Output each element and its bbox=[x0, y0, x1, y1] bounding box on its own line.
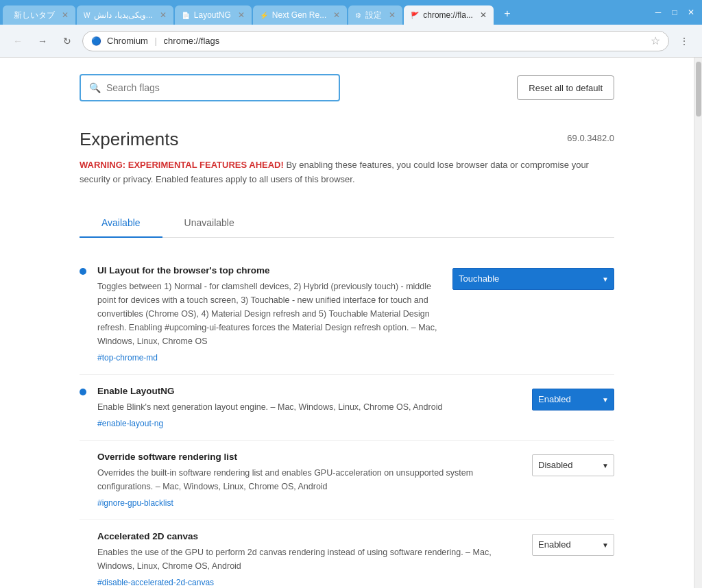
tabs-container: 新しいタブ ✕ W ویکی‌پدیا، دانش... ✕ 📄 LayoutN… bbox=[0, 0, 647, 25]
tab-label: chrome://fla... bbox=[423, 10, 473, 20]
browser-window: 新しいタブ ✕ W ویکی‌پدیا، دانش... ✕ 📄 LayoutN… bbox=[0, 0, 702, 588]
browser-tab-tab-nextgen[interactable]: ⚡ Next Gen Re... ✕ bbox=[253, 5, 347, 25]
flag-link[interactable]: #ignore-gpu-blacklist bbox=[97, 498, 173, 508]
menu-button[interactable]: ⋮ bbox=[675, 32, 694, 51]
browser-tab-tab-flags[interactable]: 🚩 chrome://fla... ✕ bbox=[404, 5, 494, 25]
flag-select[interactable]: DefaultEnabledDisabled bbox=[532, 454, 614, 476]
scrollbar-thumb[interactable] bbox=[696, 62, 701, 117]
flag-body-ui-layout: UI Layout for the browser's top chrome T… bbox=[97, 265, 441, 363]
reset-all-button[interactable]: Reset all to default bbox=[517, 75, 614, 100]
tab-close-icon[interactable]: ✕ bbox=[480, 10, 487, 20]
search-input[interactable] bbox=[106, 82, 330, 93]
flag-body-enable-layoutng: Enable LayoutNG Enable Blink's next gene… bbox=[97, 386, 521, 429]
flag-link[interactable]: #disable-accelerated-2d-canvas bbox=[97, 578, 214, 587]
flag-desc: Enables the use of the GPU to perform 2d… bbox=[97, 546, 521, 573]
tab-unavailable[interactable]: Unavailable bbox=[162, 209, 256, 238]
flag-desc: Toggles between 1) Normal - for clamshel… bbox=[97, 280, 441, 348]
experiments-title: Experiments bbox=[80, 129, 179, 150]
flag-link[interactable]: #top-chrome-md bbox=[97, 353, 158, 363]
flag-select[interactable]: DefaultNormalHybridTouchableMaterial Des… bbox=[452, 268, 614, 290]
tab-close-icon[interactable]: ✕ bbox=[160, 10, 167, 20]
flag-desc: Enable Blink's next generation layout en… bbox=[97, 400, 521, 414]
back-button[interactable]: ← bbox=[8, 32, 27, 51]
window-controls: ─ □ ✕ bbox=[647, 0, 702, 25]
flag-dot-accelerated-2d-canvas bbox=[80, 534, 86, 541]
flag-item-enable-layoutng: Enable LayoutNG Enable Blink's next gene… bbox=[80, 375, 614, 441]
flag-dot-enable-layoutng bbox=[80, 389, 86, 395]
title-bar: 新しいタブ ✕ W ویکی‌پدیا، دانش... ✕ 📄 LayoutN… bbox=[0, 0, 702, 25]
flag-dot-override-software-rendering bbox=[80, 454, 86, 461]
toolbar: ← → ↻ 🔵 Chromium | chrome://flags ☆ ⋮ bbox=[0, 25, 702, 58]
search-area: 🔍 Reset all to default bbox=[80, 74, 614, 101]
address-separator: | bbox=[155, 36, 157, 46]
tab-label: 新しいタブ bbox=[14, 10, 55, 21]
flag-name: Accelerated 2D canvas bbox=[97, 531, 521, 541]
tab-close-icon[interactable]: ✕ bbox=[238, 10, 245, 20]
new-tab-button[interactable]: + bbox=[498, 4, 517, 23]
flag-select-wrapper[interactable]: DefaultEnabledDisabled▼ bbox=[532, 389, 614, 411]
tab-favicon: 🚩 bbox=[411, 12, 419, 19]
flags-list: UI Layout for the browser's top chrome T… bbox=[80, 254, 614, 588]
flag-item-override-software-rendering: Override software rendering list Overrid… bbox=[80, 441, 614, 520]
tab-available[interactable]: Available bbox=[80, 209, 162, 238]
flag-desc: Overrides the built-in software renderin… bbox=[97, 466, 521, 493]
tab-navigation: Available Unavailable bbox=[80, 209, 614, 238]
flag-item-ui-layout: UI Layout for the browser's top chrome T… bbox=[80, 254, 614, 375]
tab-label: ویکی‌پدیا، دانش... bbox=[94, 10, 152, 20]
minimize-button[interactable]: ─ bbox=[653, 8, 664, 17]
reload-button[interactable]: ↻ bbox=[58, 32, 77, 51]
tab-close-icon[interactable]: ✕ bbox=[333, 10, 340, 20]
warning-bold-text: WARNING: EXPERIMENTAL FEATURES AHEAD! bbox=[80, 160, 284, 170]
forward-button[interactable]: → bbox=[33, 32, 52, 51]
version-text: 69.0.3482.0 bbox=[567, 133, 614, 143]
browser-tab-tab-new[interactable]: 新しいタブ ✕ bbox=[3, 5, 75, 25]
bookmark-icon[interactable]: ☆ bbox=[651, 34, 660, 47]
site-info-icon: 🔵 bbox=[91, 36, 101, 46]
flag-select[interactable]: DefaultEnabledDisabled bbox=[532, 534, 614, 556]
address-url-label: chrome://flags bbox=[164, 36, 220, 46]
flag-control-enable-layoutng[interactable]: DefaultEnabledDisabled▼ bbox=[532, 389, 614, 411]
flag-body-accelerated-2d-canvas: Accelerated 2D canvas Enables the use of… bbox=[97, 531, 521, 588]
content-area: 🔍 Reset all to default Experiments 69.0.… bbox=[0, 58, 702, 588]
search-box[interactable]: 🔍 bbox=[80, 74, 340, 101]
close-button[interactable]: ✕ bbox=[686, 8, 697, 17]
search-icon: 🔍 bbox=[89, 82, 101, 93]
tab-close-icon[interactable]: ✕ bbox=[389, 10, 396, 20]
flag-name: UI Layout for the browser's top chrome bbox=[97, 265, 441, 275]
flag-control-ui-layout[interactable]: DefaultNormalHybridTouchableMaterial Des… bbox=[452, 268, 614, 290]
tab-favicon: ⚙ bbox=[355, 12, 361, 19]
tab-close-icon[interactable]: ✕ bbox=[62, 10, 69, 20]
browser-tab-tab-wikipedia[interactable]: W ویکی‌پدیا، دانش... ✕ bbox=[77, 5, 173, 25]
flag-body-override-software-rendering: Override software rendering list Overrid… bbox=[97, 452, 521, 509]
scrollbar[interactable] bbox=[694, 58, 702, 588]
tab-label: LayoutNG bbox=[194, 10, 231, 20]
tab-favicon: ⚡ bbox=[260, 12, 268, 19]
flag-select-wrapper[interactable]: DefaultEnabledDisabled▼ bbox=[532, 454, 614, 476]
address-bar[interactable]: 🔵 Chromium | chrome://flags ☆ bbox=[82, 31, 669, 51]
flag-link[interactable]: #enable-layout-ng bbox=[97, 419, 163, 428]
flags-container: 🔍 Reset all to default Experiments 69.0.… bbox=[52, 74, 642, 588]
flag-control-override-software-rendering[interactable]: DefaultEnabledDisabled▼ bbox=[532, 454, 614, 476]
maximize-button[interactable]: □ bbox=[669, 8, 680, 17]
experiments-header: Experiments 69.0.3482.0 bbox=[80, 129, 614, 150]
browser-tab-tab-layoutng[interactable]: 📄 LayoutNG ✕ bbox=[175, 5, 252, 25]
flag-name: Override software rendering list bbox=[97, 452, 521, 462]
address-browser-name: Chromium | chrome://flags bbox=[107, 36, 645, 46]
flag-name: Enable LayoutNG bbox=[97, 386, 521, 396]
browser-tab-tab-settings[interactable]: ⚙ 設定 ✕ bbox=[348, 5, 402, 25]
tab-label: Next Gen Re... bbox=[272, 10, 326, 20]
tab-favicon: 📄 bbox=[182, 12, 190, 19]
flag-select-wrapper[interactable]: DefaultEnabledDisabled▼ bbox=[532, 534, 614, 556]
flag-control-accelerated-2d-canvas[interactable]: DefaultEnabledDisabled▼ bbox=[532, 534, 614, 556]
page-content: 🔍 Reset all to default Experiments 69.0.… bbox=[0, 58, 694, 588]
flag-dot-ui-layout bbox=[80, 268, 86, 275]
flag-item-accelerated-2d-canvas: Accelerated 2D canvas Enables the use of… bbox=[80, 520, 614, 588]
flag-select-wrapper[interactable]: DefaultNormalHybridTouchableMaterial Des… bbox=[452, 268, 614, 290]
tab-label: 設定 bbox=[365, 10, 382, 21]
flag-select[interactable]: DefaultEnabledDisabled bbox=[532, 389, 614, 411]
warning-box: WARNING: EXPERIMENTAL FEATURES AHEAD! By… bbox=[80, 158, 614, 187]
browser-name-label: Chromium bbox=[107, 36, 148, 46]
toolbar-right: ⋮ bbox=[675, 32, 694, 51]
tab-favicon: W bbox=[84, 12, 90, 19]
